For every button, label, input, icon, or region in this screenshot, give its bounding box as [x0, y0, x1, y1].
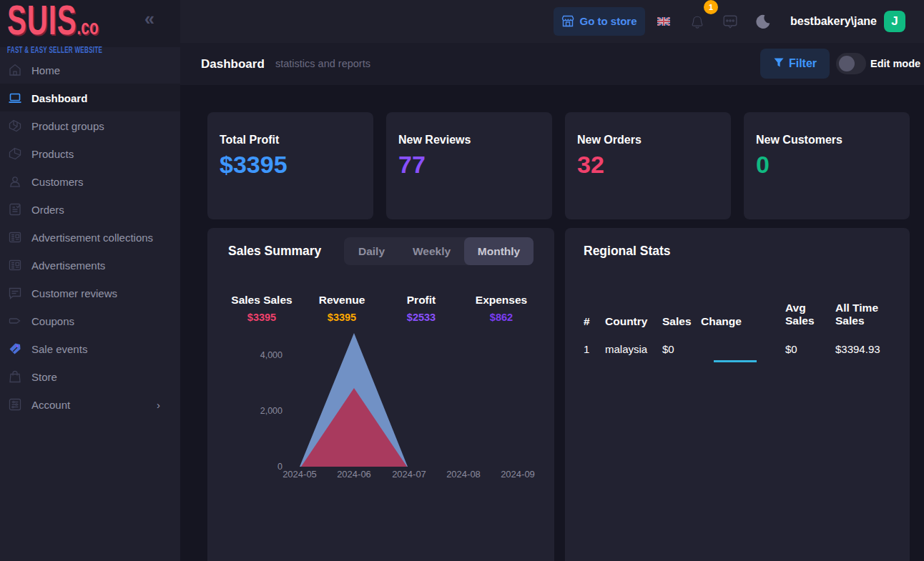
svg-text:2024-08: 2024-08: [446, 469, 481, 480]
svg-text:2024-05: 2024-05: [282, 469, 317, 480]
svg-text:2,000: 2,000: [260, 406, 282, 416]
svg-text:4,000: 4,000: [260, 350, 282, 360]
svg-text:2024-07: 2024-07: [392, 469, 426, 480]
svg-text:0: 0: [277, 462, 282, 472]
svg-text:2024-06: 2024-06: [337, 469, 371, 480]
svg-text:2024-09: 2024-09: [501, 469, 535, 480]
